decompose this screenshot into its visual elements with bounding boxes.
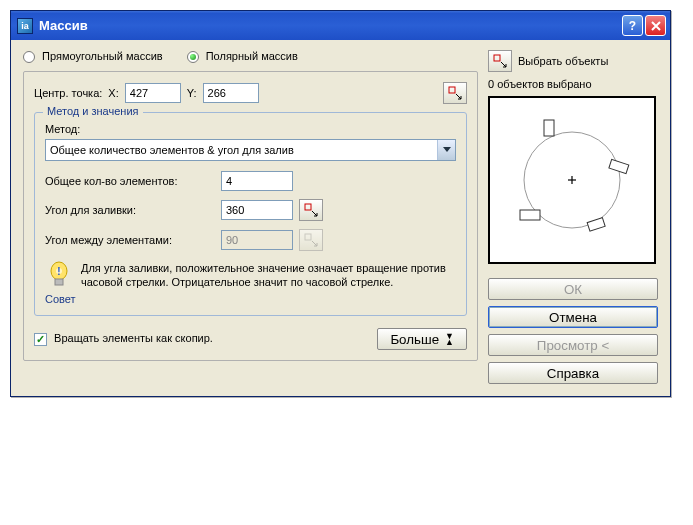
preview-button: Просмотр < [488,334,658,356]
between-angle-label: Угол между элементами: [45,234,215,246]
method-select[interactable]: Общее количество элементов & угол для за… [45,139,456,161]
tip-text: Для угла заливки, положительное значение… [81,261,456,305]
svg-rect-4 [55,279,63,285]
svg-text:!: ! [57,266,60,277]
fill-angle-input[interactable] [221,200,293,220]
radio-polar[interactable]: Полярный массив [187,50,298,63]
center-label: Центр. точка: [34,87,102,99]
pick-between-angle-button [299,229,323,251]
radio-icon [23,51,35,63]
chevron-down-icon [437,140,455,160]
help-dialog-button[interactable]: Справка [488,362,658,384]
method-fieldset: Метод и значения Метод: Общее количество… [34,112,467,316]
x-label: X: [108,87,118,99]
titlebar: ia Массив ? [11,11,670,40]
pick-fill-angle-button[interactable] [299,199,323,221]
between-angle-input [221,230,293,250]
radio-rectangular[interactable]: Прямоугольный массив [23,50,163,63]
y-label: Y: [187,87,197,99]
center-x-input[interactable] [125,83,181,103]
rotate-checkbox[interactable]: Вращать элементы как скопир. [34,332,213,346]
center-y-input[interactable] [203,83,259,103]
pick-center-button[interactable] [443,82,467,104]
svg-rect-10 [609,159,629,173]
tip-icon: ! Совет [45,261,73,305]
cancel-button[interactable]: Отмена [488,306,658,328]
svg-rect-9 [544,120,554,136]
radio-icon [187,51,199,63]
fill-angle-label: Угол для заливки: [45,204,215,216]
svg-rect-12 [520,210,540,220]
ok-button: ОК [488,278,658,300]
svg-rect-2 [305,234,311,240]
method-label: Метод: [45,123,456,135]
checkbox-icon [34,333,47,346]
close-button[interactable] [645,15,666,36]
objects-selected-status: 0 объектов выбрано [488,78,658,90]
select-objects-button[interactable] [488,50,512,72]
window-title: Массив [39,18,620,33]
select-objects-label: Выбрать объекты [518,55,608,67]
svg-rect-1 [305,204,311,210]
expand-icon: ▼▲ [445,333,454,346]
array-dialog: ia Массив ? Прямоугольный массив Полярны… [10,10,671,397]
total-input[interactable] [221,171,293,191]
total-label: Общее кол-во элементов: [45,175,215,187]
svg-rect-0 [449,87,455,93]
fieldset-legend: Метод и значения [43,105,143,117]
more-button[interactable]: Больше ▼▲ [377,328,467,350]
svg-rect-11 [587,218,605,232]
preview-pane [488,96,656,264]
main-panel: Центр. точка: X: Y: Метод и значения [23,71,478,361]
help-button[interactable]: ? [622,15,643,36]
svg-rect-7 [494,55,500,61]
app-icon: ia [17,18,33,34]
